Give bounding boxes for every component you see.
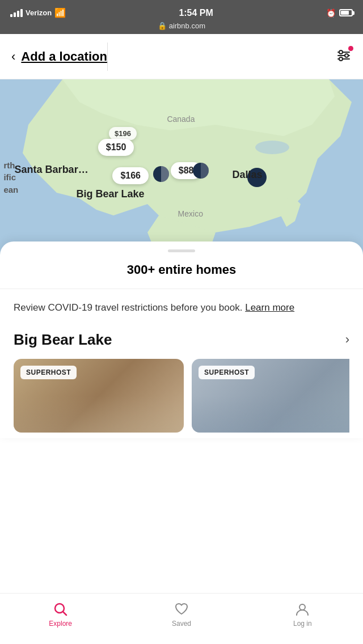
big-bear-lake-label: Big Bear Lake <box>76 188 144 200</box>
mexico-label: Mexico <box>178 209 203 218</box>
header-divider <box>107 43 108 71</box>
svg-point-5 <box>339 57 343 61</box>
header: ‹ Add a location <box>0 34 363 79</box>
homes-count: 300+ entire homes <box>14 262 349 277</box>
svg-point-16 <box>299 604 305 610</box>
ocean-label: ean <box>3 185 18 194</box>
sheet-handle <box>168 249 195 252</box>
santa-barbara-label: Santa Barbar… <box>15 164 88 176</box>
pin-moon-2 <box>192 162 209 179</box>
battery-icon <box>339 9 353 16</box>
nav-explore[interactable]: Explore <box>0 601 121 628</box>
dallas-label: Dallas <box>233 169 263 181</box>
covid-notice: Review COVID-19 travel restrictions befo… <box>14 300 349 315</box>
canada-label: Canada <box>167 115 195 124</box>
alarm-icon: ⏰ <box>326 9 336 18</box>
signal-icon <box>10 9 23 17</box>
svg-point-4 <box>345 54 348 57</box>
status-bar: Verizon 📶 1:54 PM ⏰ 🔒 airbnb.com <box>0 0 363 34</box>
time-display: 1:54 PM <box>179 8 213 18</box>
carrier-info: Verizon 📶 <box>10 7 66 18</box>
explore-label: Explore <box>49 620 72 628</box>
price-bubble-166[interactable]: $166 <box>112 167 149 184</box>
price-bubble-150[interactable]: $150 <box>98 139 134 156</box>
pin-moon-1 <box>153 166 170 183</box>
svg-point-3 <box>339 50 343 54</box>
login-label: Log in <box>293 620 312 628</box>
superhost-badge-1: SUPERHOST <box>20 366 77 379</box>
page-title: Add a location <box>21 49 107 64</box>
bottom-nav: Explore Saved Log in <box>0 593 363 644</box>
filter-button[interactable] <box>336 48 352 66</box>
nav-saved[interactable]: Saved <box>121 601 242 628</box>
divider <box>0 289 363 289</box>
north-label: rth <box>3 160 15 170</box>
section-header: Big Bear Lake › <box>14 331 349 349</box>
price-bubble-196[interactable]: $196 <box>109 127 137 140</box>
learn-more-link[interactable]: Learn more <box>245 302 294 313</box>
map[interactable]: Canada Mexico rth ific ean $196 $150 $16… <box>0 79 363 255</box>
listings-row: SUPERHOST SUPERHOST <box>14 359 349 438</box>
back-arrow-icon: ‹ <box>11 49 15 64</box>
superhost-badge-2: SUPERHOST <box>199 366 255 379</box>
login-icon <box>294 601 310 617</box>
explore-icon <box>53 601 69 617</box>
svg-point-10 <box>255 141 289 154</box>
svg-line-15 <box>63 612 66 615</box>
section-title: Big Bear Lake <box>14 331 112 349</box>
saved-icon <box>174 601 189 617</box>
nav-login[interactable]: Log in <box>242 601 363 628</box>
bottom-sheet: 300+ entire homes Review COVID-19 travel… <box>0 242 363 438</box>
listing-card-2[interactable]: SUPERHOST <box>192 359 349 433</box>
see-all-button[interactable]: › <box>345 332 349 347</box>
url-bar: 🔒 airbnb.com <box>158 22 205 30</box>
status-right: ⏰ <box>326 9 353 18</box>
saved-label: Saved <box>172 620 191 628</box>
wifi-icon: 📶 <box>54 7 66 18</box>
filter-icon-wrap <box>336 48 352 66</box>
filter-dot-indicator <box>348 46 353 51</box>
listing-card-1[interactable]: SUPERHOST <box>14 359 184 433</box>
back-button[interactable]: ‹ <box>11 49 15 64</box>
carrier-label: Verizon <box>26 9 52 17</box>
